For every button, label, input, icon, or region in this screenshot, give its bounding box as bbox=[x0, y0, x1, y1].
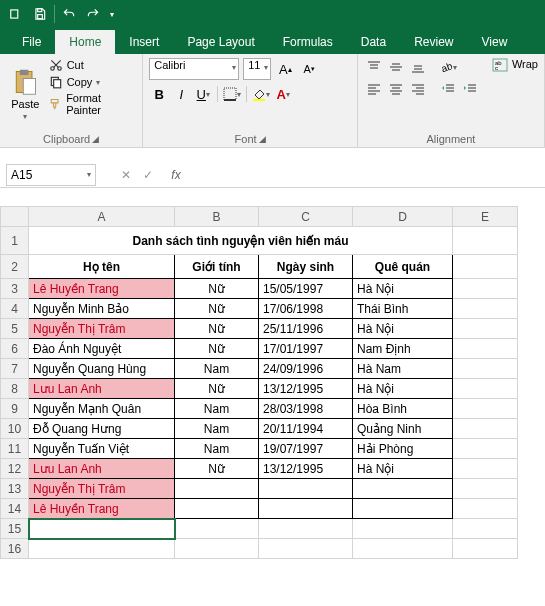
tab-formulas[interactable]: Formulas bbox=[269, 30, 347, 54]
cell[interactable] bbox=[453, 519, 518, 539]
cell[interactable] bbox=[175, 519, 259, 539]
cell[interactable] bbox=[453, 227, 518, 255]
align-center-icon[interactable] bbox=[386, 80, 406, 98]
increase-font-icon[interactable]: A▴ bbox=[275, 59, 295, 79]
cell[interactable] bbox=[453, 419, 518, 439]
sheet-title[interactable]: Danh sách tình nguyện viên hiến máu bbox=[29, 227, 453, 255]
row-header[interactable]: 11 bbox=[1, 439, 29, 459]
cell-hometown[interactable]: Hà Nam bbox=[353, 359, 453, 379]
cell-hometown[interactable]: Thái Bình bbox=[353, 299, 453, 319]
cell-dob[interactable] bbox=[259, 479, 353, 499]
cell-gender[interactable]: Nam bbox=[175, 359, 259, 379]
cell-gender[interactable]: Nữ bbox=[175, 459, 259, 479]
cell[interactable] bbox=[29, 519, 175, 539]
wrap-text-button[interactable]: abc Wrap bbox=[492, 58, 538, 131]
cell-gender[interactable]: Nam bbox=[175, 439, 259, 459]
cell-dob[interactable]: 17/06/1998 bbox=[259, 299, 353, 319]
cell-hometown[interactable] bbox=[353, 499, 453, 519]
undo-icon[interactable] bbox=[57, 2, 81, 26]
row-header[interactable]: 1 bbox=[1, 227, 29, 255]
cell-hometown[interactable]: Hà Nội bbox=[353, 379, 453, 399]
row-header[interactable]: 16 bbox=[1, 539, 29, 559]
cell-hometown[interactable]: Hà Nội bbox=[353, 319, 453, 339]
row-header[interactable]: 8 bbox=[1, 379, 29, 399]
row-header[interactable]: 13 bbox=[1, 479, 29, 499]
col-header-E[interactable]: E bbox=[453, 207, 518, 227]
cell-hometown[interactable]: Hà Nội bbox=[353, 279, 453, 299]
cell-name[interactable]: Nguyễn Tuấn Việt bbox=[29, 439, 175, 459]
cell[interactable] bbox=[453, 379, 518, 399]
cell[interactable] bbox=[175, 539, 259, 559]
cell[interactable] bbox=[29, 539, 175, 559]
cell-dob[interactable]: 13/12/1995 bbox=[259, 459, 353, 479]
row-header[interactable]: 5 bbox=[1, 319, 29, 339]
align-bottom-icon[interactable] bbox=[408, 58, 428, 76]
format-painter-button[interactable]: Format Painter bbox=[49, 92, 137, 116]
cancel-formula-icon[interactable]: ✕ bbox=[118, 168, 134, 182]
border-button[interactable]: ▾ bbox=[222, 84, 242, 104]
cell-name[interactable]: Lê Huyền Trang bbox=[29, 499, 175, 519]
cell[interactable] bbox=[259, 519, 353, 539]
cell[interactable] bbox=[453, 399, 518, 419]
cell-gender[interactable]: Nữ bbox=[175, 379, 259, 399]
cell-dob[interactable]: 20/11/1994 bbox=[259, 419, 353, 439]
row-header[interactable]: 15 bbox=[1, 519, 29, 539]
decrease-indent-icon[interactable] bbox=[438, 80, 458, 98]
paste-button[interactable]: Paste ▾ bbox=[6, 58, 45, 131]
excel-app-icon[interactable] bbox=[4, 2, 28, 26]
font-size-select[interactable]: 11▾ bbox=[243, 58, 271, 80]
qat-customize-icon[interactable]: ▾ bbox=[105, 2, 119, 26]
font-name-select[interactable]: Calibri▾ bbox=[149, 58, 239, 80]
tab-page-layout[interactable]: Page Layout bbox=[173, 30, 268, 54]
cell[interactable] bbox=[453, 459, 518, 479]
italic-button[interactable]: I bbox=[171, 84, 191, 104]
header-hometown[interactable]: Quê quán bbox=[353, 255, 453, 279]
name-box[interactable]: A15▾ bbox=[6, 164, 96, 186]
formula-bar-input[interactable] bbox=[188, 164, 545, 186]
cell-hometown[interactable]: Hà Nội bbox=[353, 459, 453, 479]
cell-name[interactable]: Lê Huyền Trang bbox=[29, 279, 175, 299]
cell[interactable] bbox=[453, 479, 518, 499]
header-gender[interactable]: Giới tính bbox=[175, 255, 259, 279]
tab-file[interactable]: File bbox=[8, 30, 55, 54]
cell-dob[interactable]: 28/03/1998 bbox=[259, 399, 353, 419]
cell-gender[interactable] bbox=[175, 499, 259, 519]
cell[interactable] bbox=[259, 539, 353, 559]
cell-name[interactable]: Nguyễn Thị Trâm bbox=[29, 479, 175, 499]
cell-dob[interactable]: 15/05/1997 bbox=[259, 279, 353, 299]
cell-name[interactable]: Lưu Lan Anh bbox=[29, 379, 175, 399]
cell-name[interactable]: Đỗ Quang Hưng bbox=[29, 419, 175, 439]
cell[interactable] bbox=[453, 539, 518, 559]
cell[interactable] bbox=[453, 299, 518, 319]
row-header[interactable]: 12 bbox=[1, 459, 29, 479]
cut-button[interactable]: Cut bbox=[49, 58, 137, 72]
row-header[interactable]: 2 bbox=[1, 255, 29, 279]
row-header[interactable]: 4 bbox=[1, 299, 29, 319]
cell[interactable] bbox=[353, 539, 453, 559]
cell-name[interactable]: Lưu Lan Anh bbox=[29, 459, 175, 479]
tab-review[interactable]: Review bbox=[400, 30, 467, 54]
row-header[interactable]: 6 bbox=[1, 339, 29, 359]
dialog-launcher-icon[interactable]: ◢ bbox=[92, 134, 99, 144]
row-header[interactable]: 7 bbox=[1, 359, 29, 379]
cell[interactable] bbox=[453, 255, 518, 279]
cell[interactable] bbox=[453, 279, 518, 299]
cell-dob[interactable] bbox=[259, 499, 353, 519]
cell-gender[interactable]: Nữ bbox=[175, 319, 259, 339]
cell-dob[interactable]: 24/09/1996 bbox=[259, 359, 353, 379]
col-header-D[interactable]: D bbox=[353, 207, 453, 227]
col-header-C[interactable]: C bbox=[259, 207, 353, 227]
cell-dob[interactable]: 19/07/1997 bbox=[259, 439, 353, 459]
tab-insert[interactable]: Insert bbox=[115, 30, 173, 54]
fill-color-button[interactable]: ▾ bbox=[251, 84, 271, 104]
increase-indent-icon[interactable] bbox=[460, 80, 480, 98]
cell[interactable] bbox=[453, 319, 518, 339]
cell-gender[interactable]: Nữ bbox=[175, 339, 259, 359]
cell-gender[interactable]: Nam bbox=[175, 399, 259, 419]
cell-gender[interactable]: Nữ bbox=[175, 279, 259, 299]
cell-dob[interactable]: 25/11/1996 bbox=[259, 319, 353, 339]
cell-hometown[interactable] bbox=[353, 479, 453, 499]
cell[interactable] bbox=[453, 439, 518, 459]
decrease-font-icon[interactable]: A▾ bbox=[299, 59, 319, 79]
cell-name[interactable]: Nguyễn Minh Bảo bbox=[29, 299, 175, 319]
